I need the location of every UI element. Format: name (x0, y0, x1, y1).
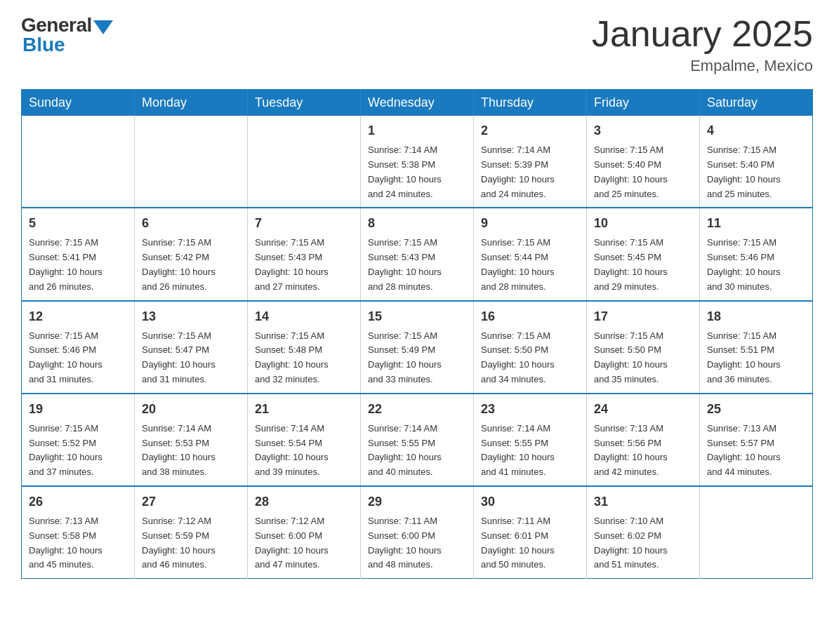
calendar-cell: 25Sunrise: 7:13 AM Sunset: 5:57 PM Dayli… (700, 394, 813, 486)
day-number: 10 (594, 214, 692, 233)
day-info: Sunrise: 7:15 AM Sunset: 5:50 PM Dayligh… (481, 329, 579, 387)
day-info: Sunrise: 7:13 AM Sunset: 5:57 PM Dayligh… (707, 422, 805, 480)
calendar-cell: 8Sunrise: 7:15 AM Sunset: 5:43 PM Daylig… (361, 208, 474, 300)
day-info: Sunrise: 7:15 AM Sunset: 5:47 PM Dayligh… (142, 329, 240, 387)
day-info: Sunrise: 7:15 AM Sunset: 5:50 PM Dayligh… (594, 329, 692, 387)
day-number: 29 (368, 492, 466, 511)
day-number: 20 (142, 400, 240, 419)
day-number: 26 (29, 492, 127, 511)
logo: General Blue (21, 14, 113, 56)
location-text: Empalme, Mexico (592, 57, 813, 75)
day-number: 15 (368, 307, 466, 326)
calendar-cell: 9Sunrise: 7:15 AM Sunset: 5:44 PM Daylig… (474, 208, 587, 300)
day-number: 25 (707, 400, 805, 419)
page-header: General Blue January 2025 Empalme, Mexic… (21, 14, 813, 75)
calendar-cell: 19Sunrise: 7:15 AM Sunset: 5:52 PM Dayli… (22, 394, 135, 486)
day-info: Sunrise: 7:15 AM Sunset: 5:40 PM Dayligh… (594, 143, 692, 201)
calendar-cell (135, 116, 248, 208)
calendar-cell: 2Sunrise: 7:14 AM Sunset: 5:39 PM Daylig… (474, 116, 587, 208)
day-number: 27 (142, 492, 240, 511)
day-info: Sunrise: 7:15 AM Sunset: 5:43 PM Dayligh… (255, 236, 353, 294)
day-info: Sunrise: 7:15 AM Sunset: 5:45 PM Dayligh… (594, 236, 692, 294)
calendar-header-row: SundayMondayTuesdayWednesdayThursdayFrid… (22, 90, 813, 116)
calendar-cell: 5Sunrise: 7:15 AM Sunset: 5:41 PM Daylig… (22, 208, 135, 300)
day-number: 19 (29, 400, 127, 419)
calendar-cell: 3Sunrise: 7:15 AM Sunset: 5:40 PM Daylig… (587, 116, 700, 208)
day-number: 6 (142, 214, 240, 233)
calendar-cell: 18Sunrise: 7:15 AM Sunset: 5:51 PM Dayli… (700, 301, 813, 394)
day-number: 1 (368, 121, 466, 140)
calendar-table: SundayMondayTuesdayWednesdayThursdayFrid… (21, 89, 813, 579)
day-number: 30 (481, 492, 579, 511)
day-info: Sunrise: 7:15 AM Sunset: 5:46 PM Dayligh… (707, 236, 805, 294)
day-number: 18 (707, 307, 805, 326)
day-number: 11 (707, 214, 805, 233)
calendar-week-row: 19Sunrise: 7:15 AM Sunset: 5:52 PM Dayli… (22, 394, 813, 486)
day-number: 7 (255, 214, 353, 233)
day-info: Sunrise: 7:14 AM Sunset: 5:55 PM Dayligh… (481, 422, 579, 480)
calendar-cell: 1Sunrise: 7:14 AM Sunset: 5:38 PM Daylig… (361, 116, 474, 208)
logo-triangle-icon (93, 20, 113, 34)
calendar-cell: 17Sunrise: 7:15 AM Sunset: 5:50 PM Dayli… (587, 301, 700, 394)
day-info: Sunrise: 7:10 AM Sunset: 6:02 PM Dayligh… (594, 514, 692, 572)
day-number: 24 (594, 400, 692, 419)
logo-blue-text: Blue (22, 34, 65, 56)
calendar-cell: 24Sunrise: 7:13 AM Sunset: 5:56 PM Dayli… (587, 394, 700, 486)
day-number: 17 (594, 307, 692, 326)
calendar-cell: 31Sunrise: 7:10 AM Sunset: 6:02 PM Dayli… (587, 486, 700, 579)
calendar-day-header: Tuesday (248, 90, 361, 116)
day-number: 22 (368, 400, 466, 419)
day-number: 23 (481, 400, 579, 419)
calendar-day-header: Wednesday (361, 90, 474, 116)
title-area: January 2025 Empalme, Mexico (592, 14, 813, 75)
day-info: Sunrise: 7:15 AM Sunset: 5:41 PM Dayligh… (29, 236, 127, 294)
day-number: 14 (255, 307, 353, 326)
calendar-cell: 15Sunrise: 7:15 AM Sunset: 5:49 PM Dayli… (361, 301, 474, 394)
calendar-day-header: Thursday (474, 90, 587, 116)
calendar-day-header: Friday (587, 90, 700, 116)
day-info: Sunrise: 7:15 AM Sunset: 5:52 PM Dayligh… (29, 422, 127, 480)
calendar-cell (700, 486, 813, 579)
day-number: 2 (481, 121, 579, 140)
calendar-cell: 23Sunrise: 7:14 AM Sunset: 5:55 PM Dayli… (474, 394, 587, 486)
calendar-cell: 16Sunrise: 7:15 AM Sunset: 5:50 PM Dayli… (474, 301, 587, 394)
day-info: Sunrise: 7:15 AM Sunset: 5:40 PM Dayligh… (707, 143, 805, 201)
day-info: Sunrise: 7:15 AM Sunset: 5:46 PM Dayligh… (29, 329, 127, 387)
month-title: January 2025 (592, 14, 813, 54)
day-info: Sunrise: 7:15 AM Sunset: 5:48 PM Dayligh… (255, 329, 353, 387)
calendar-cell: 21Sunrise: 7:14 AM Sunset: 5:54 PM Dayli… (248, 394, 361, 486)
day-number: 3 (594, 121, 692, 140)
day-info: Sunrise: 7:13 AM Sunset: 5:58 PM Dayligh… (29, 514, 127, 572)
day-number: 28 (255, 492, 353, 511)
calendar-week-row: 1Sunrise: 7:14 AM Sunset: 5:38 PM Daylig… (22, 116, 813, 208)
day-info: Sunrise: 7:14 AM Sunset: 5:54 PM Dayligh… (255, 422, 353, 480)
day-info: Sunrise: 7:15 AM Sunset: 5:43 PM Dayligh… (368, 236, 466, 294)
calendar-cell: 4Sunrise: 7:15 AM Sunset: 5:40 PM Daylig… (700, 116, 813, 208)
day-info: Sunrise: 7:14 AM Sunset: 5:38 PM Dayligh… (368, 143, 466, 201)
calendar-cell (248, 116, 361, 208)
calendar-week-row: 26Sunrise: 7:13 AM Sunset: 5:58 PM Dayli… (22, 486, 813, 579)
calendar-day-header: Monday (135, 90, 248, 116)
day-info: Sunrise: 7:11 AM Sunset: 6:01 PM Dayligh… (481, 514, 579, 572)
calendar-cell: 29Sunrise: 7:11 AM Sunset: 6:00 PM Dayli… (361, 486, 474, 579)
day-number: 31 (594, 492, 692, 511)
calendar-day-header: Sunday (22, 90, 135, 116)
calendar-day-header: Saturday (700, 90, 813, 116)
day-number: 5 (29, 214, 127, 233)
day-number: 13 (142, 307, 240, 326)
calendar-cell: 11Sunrise: 7:15 AM Sunset: 5:46 PM Dayli… (700, 208, 813, 300)
calendar-cell: 12Sunrise: 7:15 AM Sunset: 5:46 PM Dayli… (22, 301, 135, 394)
calendar-cell: 28Sunrise: 7:12 AM Sunset: 6:00 PM Dayli… (248, 486, 361, 579)
day-info: Sunrise: 7:13 AM Sunset: 5:56 PM Dayligh… (594, 422, 692, 480)
day-number: 21 (255, 400, 353, 419)
day-info: Sunrise: 7:12 AM Sunset: 6:00 PM Dayligh… (255, 514, 353, 572)
day-info: Sunrise: 7:15 AM Sunset: 5:51 PM Dayligh… (707, 329, 805, 387)
calendar-cell: 27Sunrise: 7:12 AM Sunset: 5:59 PM Dayli… (135, 486, 248, 579)
calendar-cell: 20Sunrise: 7:14 AM Sunset: 5:53 PM Dayli… (135, 394, 248, 486)
day-info: Sunrise: 7:15 AM Sunset: 5:49 PM Dayligh… (368, 329, 466, 387)
calendar-week-row: 12Sunrise: 7:15 AM Sunset: 5:46 PM Dayli… (22, 301, 813, 394)
calendar-cell: 22Sunrise: 7:14 AM Sunset: 5:55 PM Dayli… (361, 394, 474, 486)
calendar-cell: 30Sunrise: 7:11 AM Sunset: 6:01 PM Dayli… (474, 486, 587, 579)
calendar-cell: 26Sunrise: 7:13 AM Sunset: 5:58 PM Dayli… (22, 486, 135, 579)
day-info: Sunrise: 7:15 AM Sunset: 5:44 PM Dayligh… (481, 236, 579, 294)
